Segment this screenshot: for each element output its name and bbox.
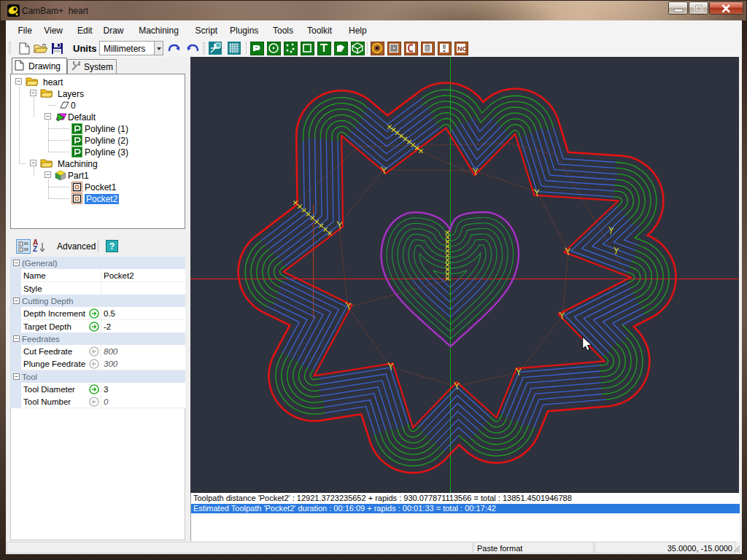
svg-text:NC: NC xyxy=(457,45,467,52)
